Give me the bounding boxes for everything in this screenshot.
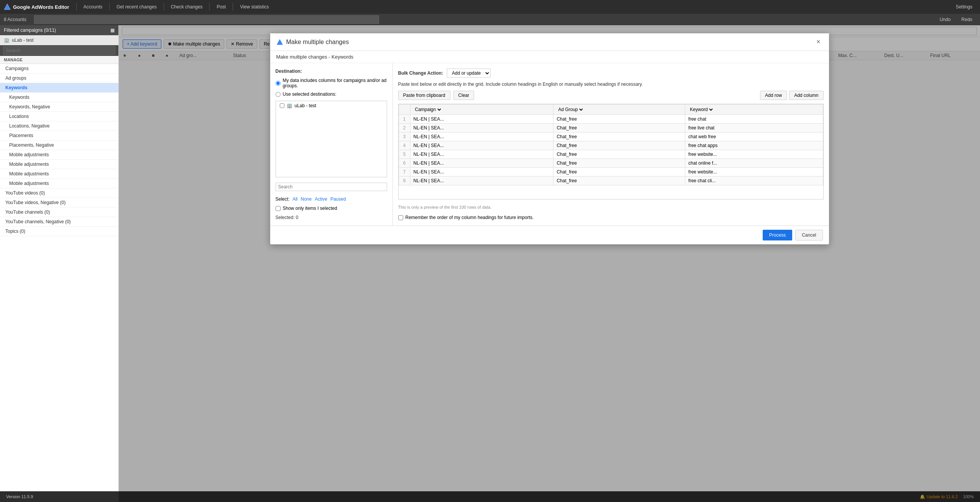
app-logo: Google AdWords Editor — [4, 3, 69, 10]
post-button[interactable]: Post — [213, 0, 230, 14]
row-keyword[interactable]: free live chat — [685, 124, 823, 132]
check-changes-button[interactable]: Check changes — [167, 0, 207, 14]
sidebar-item-campaigns[interactable]: Campaigns — [0, 64, 118, 74]
select-paused-link[interactable]: Paused — [330, 196, 346, 202]
radio-my-data-input[interactable] — [276, 81, 281, 86]
keyword-col-select[interactable]: Keyword — [688, 106, 714, 113]
accounts-button[interactable]: Accounts — [80, 0, 106, 14]
sidebar-item-ad-groups[interactable]: Ad groups — [0, 74, 118, 83]
table-row: 7 NL-EN | SEA... Chat_free free website.… — [399, 168, 823, 177]
separator — [76, 3, 77, 11]
row-campaign[interactable]: NL-EN | SEA... — [410, 132, 553, 141]
dest-account-checkbox[interactable] — [280, 103, 284, 108]
row-keyword[interactable]: free website... — [685, 150, 823, 159]
col-row-num — [399, 105, 410, 115]
global-search-input[interactable] — [34, 15, 379, 24]
sidebar-search-input[interactable] — [3, 46, 115, 55]
bulk-action-select[interactable]: Add or update — [447, 69, 491, 78]
top-bar-right: Settings — [952, 3, 976, 11]
dialog-right-panel: Bulk Change Action: Add or update Paste … — [393, 63, 829, 226]
ad-group-col-select[interactable]: Ad Group — [556, 106, 584, 113]
row-number: 3 — [399, 132, 410, 141]
row-ad-group[interactable]: Chat_free — [553, 168, 685, 177]
row-keyword[interactable]: free chat — [685, 115, 823, 124]
cancel-button[interactable]: Cancel — [795, 230, 822, 240]
select-active-link[interactable]: Active — [315, 196, 327, 202]
dialog-body: Destination: My data includes columns fo… — [270, 63, 829, 226]
dest-account-item[interactable]: 🏢 uLab - test — [276, 101, 387, 110]
row-campaign[interactable]: NL-EN | SEA... — [410, 177, 553, 185]
process-button[interactable]: Process — [763, 230, 792, 240]
top-navigation-bar: Google AdWords Editor Accounts Get recen… — [0, 0, 980, 14]
row-ad-group[interactable]: Chat_free — [553, 141, 685, 150]
dialog-footer: Process Cancel — [270, 226, 829, 244]
row-number: 4 — [399, 141, 410, 150]
select-all-link[interactable]: All — [292, 196, 297, 202]
sidebar-item-youtube-videos-neg[interactable]: YouTube videos, Negative (0) — [0, 198, 118, 208]
sidebar-item-mobile-adj-3[interactable]: Mobile adjustments — [0, 169, 118, 179]
separator — [233, 3, 233, 11]
accounts-count: 8 Accounts — [4, 17, 26, 22]
table-row: 5 NL-EN | SEA... Chat_free free website.… — [399, 150, 823, 159]
sidebar-account-item[interactable]: 🏢 uLab - test — [0, 35, 118, 45]
sidebar-item-locations[interactable]: Locations — [0, 112, 118, 121]
dialog-close-button[interactable]: × — [814, 37, 823, 47]
row-campaign[interactable]: NL-EN | SEA... — [410, 159, 553, 168]
row-ad-group[interactable]: Chat_free — [553, 115, 685, 124]
sidebar-item-keywords-neg[interactable]: Keywords, Negative — [0, 102, 118, 112]
add-row-button[interactable]: Add row — [760, 91, 787, 100]
redo-button[interactable]: Redo — [957, 15, 976, 24]
get-recent-changes-button[interactable]: Get recent changes — [113, 0, 161, 14]
row-campaign[interactable]: NL-EN | SEA... — [410, 115, 553, 124]
campaign-col-select[interactable]: Campaign — [414, 106, 442, 113]
sidebar-item-youtube-channels-neg[interactable]: YouTube channels, Negative (0) — [0, 217, 118, 227]
sidebar-item-youtube-videos[interactable]: YouTube videos (0) — [0, 188, 118, 198]
view-statistics-button[interactable]: View statistics — [236, 0, 272, 14]
dest-search-input[interactable] — [276, 183, 387, 191]
sidebar-item-mobile-adj-2[interactable]: Mobile adjustments — [0, 160, 118, 169]
undo-button[interactable]: Undo — [936, 15, 955, 24]
sidebar-item-topics[interactable]: Topics (0) — [0, 227, 118, 236]
version-text: Version 11.5.9 — [6, 494, 33, 499]
dialog-overlay: Make multiple changes × Make multiple ch… — [119, 25, 980, 502]
remember-checkbox[interactable] — [398, 215, 403, 220]
dialog-subtitle: Make multiple changes - Keywords — [270, 51, 829, 63]
sidebar-filter-icon[interactable]: ▦ — [110, 28, 115, 33]
sidebar-item-placements-neg[interactable]: Placements, Negative — [0, 141, 118, 150]
sidebar-item-locations-neg[interactable]: Locations, Negative — [0, 121, 118, 131]
sidebar-item-mobile-adj-4[interactable]: Mobile adjustments — [0, 179, 118, 188]
settings-button[interactable]: Settings — [952, 3, 976, 11]
row-keyword[interactable]: free chat apps — [685, 141, 823, 150]
row-ad-group[interactable]: Chat_free — [553, 159, 685, 168]
show-only-checkbox[interactable] — [276, 206, 281, 211]
row-ad-group[interactable]: Chat_free — [553, 177, 685, 185]
dest-account-name: uLab - test — [295, 103, 317, 108]
sidebar-item-placements[interactable]: Placements — [0, 131, 118, 141]
row-campaign[interactable]: NL-EN | SEA... — [410, 150, 553, 159]
row-campaign[interactable]: NL-EN | SEA... — [410, 168, 553, 177]
add-column-button[interactable]: Add column — [789, 91, 823, 100]
clear-button[interactable]: Clear — [453, 91, 474, 100]
row-keyword[interactable]: chat online f... — [685, 159, 823, 168]
manage-label: MANAGE — [0, 56, 118, 64]
row-keyword[interactable]: free chat cli... — [685, 177, 823, 185]
row-ad-group[interactable]: Chat_free — [553, 150, 685, 159]
sidebar-item-youtube-channels[interactable]: YouTube channels (0) — [0, 208, 118, 217]
row-ad-group[interactable]: Chat_free — [553, 132, 685, 141]
table-row: 3 NL-EN | SEA... Chat_free chat web free — [399, 132, 823, 141]
row-keyword[interactable]: chat web free — [685, 132, 823, 141]
sidebar-item-keywords-sub[interactable]: Keywords — [0, 93, 118, 102]
row-ad-group[interactable]: Chat_free — [553, 124, 685, 132]
radio-use-selected-input[interactable] — [276, 92, 281, 97]
radio-group: My data includes columns for campaigns a… — [276, 78, 387, 97]
data-table: Campaign Ad Group — [399, 104, 823, 185]
radio-use-selected[interactable]: Use selected destinations: — [276, 92, 387, 97]
row-keyword[interactable]: free website... — [685, 168, 823, 177]
radio-my-data[interactable]: My data includes columns for campaigns a… — [276, 78, 387, 88]
select-none-link[interactable]: None — [301, 196, 312, 202]
row-campaign[interactable]: NL-EN | SEA... — [410, 141, 553, 150]
sidebar-item-mobile-adj-1[interactable]: Mobile adjustments — [0, 150, 118, 160]
paste-from-clipboard-button[interactable]: Paste from clipboard — [398, 91, 450, 100]
row-campaign[interactable]: NL-EN | SEA... — [410, 124, 553, 132]
sidebar-item-keywords[interactable]: Keywords — [0, 83, 118, 93]
